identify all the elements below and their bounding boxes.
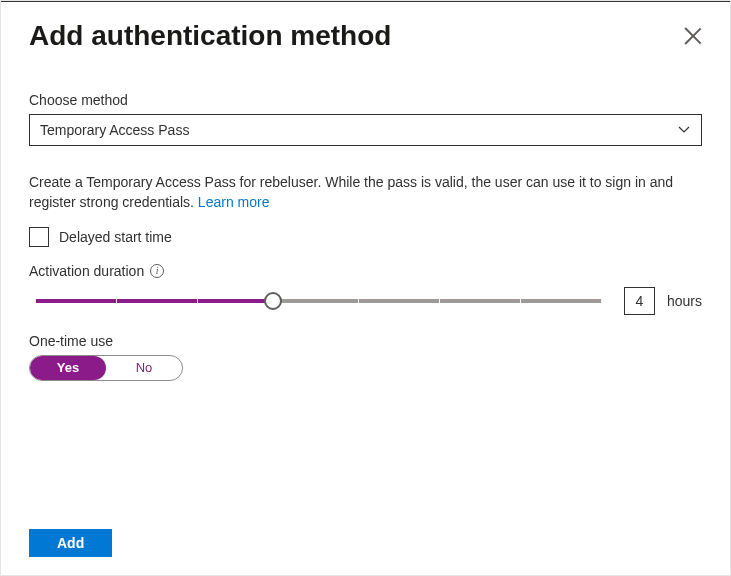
slider-thumb[interactable] <box>264 292 282 310</box>
close-icon[interactable] <box>684 27 702 45</box>
toggle-yes[interactable]: Yes <box>30 356 106 380</box>
info-icon[interactable]: i <box>150 264 164 278</box>
chevron-down-icon <box>677 123 691 137</box>
activation-duration-label: Activation duration <box>29 263 144 279</box>
delayed-start-checkbox[interactable] <box>29 227 49 247</box>
one-time-toggle[interactable]: Yes No <box>29 355 183 381</box>
duration-slider[interactable] <box>35 291 602 311</box>
delayed-start-label: Delayed start time <box>59 229 172 245</box>
panel-title: Add authentication method <box>29 20 391 52</box>
add-button[interactable]: Add <box>29 529 112 557</box>
slider-ticks <box>35 296 602 306</box>
description-body: Create a Temporary Access Pass for rebel… <box>29 174 673 210</box>
method-selected-value: Temporary Access Pass <box>40 122 189 138</box>
description-text: Create a Temporary Access Pass for rebel… <box>29 172 702 213</box>
learn-more-link[interactable]: Learn more <box>198 194 270 210</box>
duration-unit: hours <box>667 293 702 309</box>
toggle-no[interactable]: No <box>106 356 182 380</box>
method-label: Choose method <box>29 92 702 108</box>
method-dropdown[interactable]: Temporary Access Pass <box>29 114 702 146</box>
one-time-use-label: One-time use <box>29 333 702 349</box>
duration-value-input[interactable]: 4 <box>624 287 655 315</box>
